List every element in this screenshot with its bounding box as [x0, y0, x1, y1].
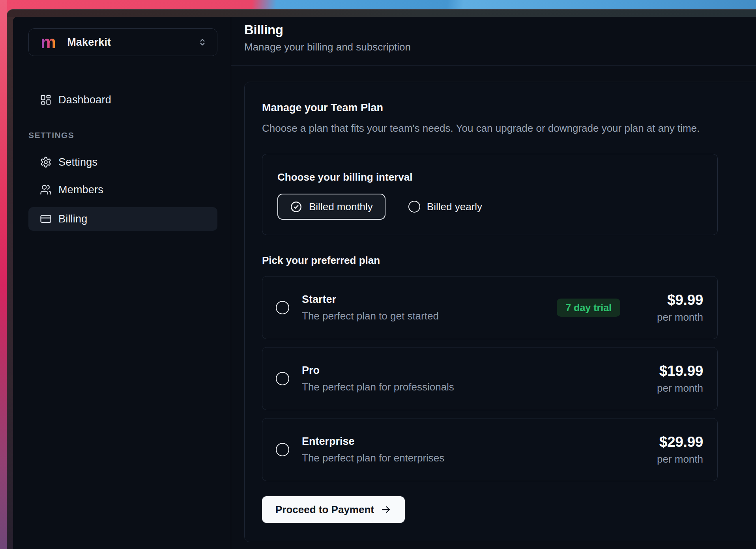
plan-description: The perfect plan to get started	[302, 309, 439, 323]
radio-circle-icon	[408, 201, 420, 213]
pick-plan-label: Pick your preferred plan	[262, 254, 748, 267]
users-icon	[40, 184, 52, 196]
radio-circle-icon[interactable]	[276, 372, 289, 385]
app-window: m Makerkit Dashboard SETTINGS	[7, 9, 756, 549]
radio-circle-icon[interactable]	[276, 301, 289, 314]
workspace-selector[interactable]: m Makerkit	[28, 28, 217, 56]
check-circle-icon	[290, 201, 302, 213]
proceed-to-payment-button[interactable]: Proceed to Payment	[262, 496, 405, 523]
plan-name: Starter	[302, 293, 439, 306]
billed-yearly-label: Billed yearly	[427, 201, 482, 213]
plan-description: The perfect plan for professionals	[302, 380, 454, 394]
plan-list: Starter The perfect plan to get started …	[262, 276, 718, 481]
billing-interval-options: Billed monthly Billed yearly	[277, 194, 702, 220]
chevron-sort-icon	[197, 37, 208, 47]
sidebar-item-dashboard[interactable]: Dashboard	[28, 88, 217, 112]
app-content: m Makerkit Dashboard SETTINGS	[13, 17, 756, 549]
sidebar-nav: Dashboard SETTINGS Settings	[28, 88, 217, 231]
plan-row-starter[interactable]: Starter The perfect plan to get started …	[262, 276, 718, 339]
sidebar-item-label: Billing	[58, 213, 87, 225]
card-title: Manage your Team Plan	[262, 101, 748, 114]
billed-monthly-label: Billed monthly	[309, 201, 373, 213]
page-title: Billing	[244, 22, 756, 38]
sidebar-section-settings: SETTINGS	[28, 131, 217, 140]
plan-price: $9.99	[636, 292, 703, 308]
plan-period: per month	[636, 453, 703, 465]
trial-badge: 7 day trial	[557, 299, 620, 317]
plan-description: The perfect plan for enterprises	[302, 451, 444, 465]
sidebar-item-label: Settings	[58, 156, 97, 168]
gear-icon	[40, 156, 52, 168]
billing-interval-label: Choose your billing interval	[277, 171, 702, 183]
billed-monthly-option[interactable]: Billed monthly	[277, 194, 385, 220]
layout-dashboard-icon	[40, 94, 52, 106]
sidebar-item-settings[interactable]: Settings	[28, 150, 217, 174]
plan-row-pro[interactable]: Pro The perfect plan for professionals $…	[262, 347, 718, 410]
card-subtitle: Choose a plan that fits your team's need…	[262, 121, 748, 135]
proceed-to-payment-label: Proceed to Payment	[275, 504, 374, 516]
sidebar-item-billing[interactable]: Billing	[28, 207, 217, 231]
wallpaper-left-strip	[0, 0, 7, 549]
plan-name: Enterprise	[302, 435, 444, 448]
page-header: Billing Manage your billing and subscrip…	[231, 22, 756, 66]
sidebar-item-members[interactable]: Members	[28, 178, 217, 202]
plan-price: $19.99	[636, 363, 703, 379]
billed-yearly-option[interactable]: Billed yearly	[408, 201, 482, 213]
credit-card-icon	[40, 213, 52, 225]
billing-interval-group: Choose your billing interval Billed mont…	[262, 154, 718, 235]
sidebar-item-label: Dashboard	[58, 94, 111, 106]
plan-price: $29.99	[636, 434, 703, 450]
page-subtitle: Manage your billing and subscription	[244, 41, 756, 53]
sidebar-item-label: Members	[58, 184, 103, 196]
workspace-name: Makerkit	[67, 36, 111, 49]
desktop-wallpaper: m Makerkit Dashboard SETTINGS	[0, 0, 756, 549]
plan-name: Pro	[302, 364, 454, 377]
main-content: Billing Manage your billing and subscrip…	[231, 17, 756, 549]
team-plan-card: Manage your Team Plan Choose a plan that…	[244, 82, 756, 542]
sidebar: m Makerkit Dashboard SETTINGS	[13, 17, 231, 549]
arrow-right-icon	[380, 504, 391, 515]
makerkit-logo: m	[41, 34, 56, 51]
radio-circle-icon[interactable]	[276, 443, 289, 456]
plan-row-enterprise[interactable]: Enterprise The perfect plan for enterpri…	[262, 418, 718, 481]
plan-period: per month	[636, 382, 703, 394]
plan-period: per month	[636, 311, 703, 323]
